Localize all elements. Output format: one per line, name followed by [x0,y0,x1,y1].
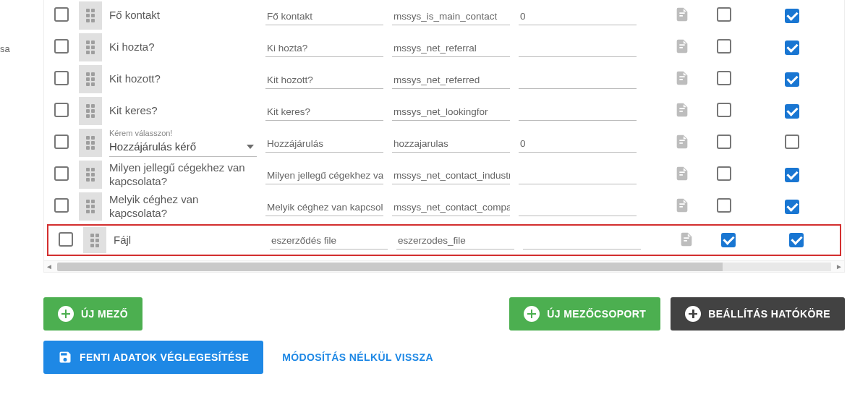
document-icon[interactable] [674,37,690,56]
plus-icon [58,306,74,322]
table-row: Fájleszerződés fileeszerzodes_file [47,224,841,256]
option-a-checkbox[interactable] [717,103,731,117]
document-icon[interactable] [678,230,694,249]
table-row: Melyik céghez van kapcsolata?Melyik cégh… [44,191,844,223]
field-default-input[interactable] [519,38,637,57]
document-icon[interactable] [674,164,690,183]
field-label-input[interactable]: eszerződés file [270,231,388,250]
field-name-label: Melyik céghez van kapcsolata? [109,193,198,219]
row-select-checkbox[interactable] [54,198,69,213]
field-label-input[interactable]: Milyen jellegű cégekhez van [265,166,383,184]
option-b-checkbox[interactable] [785,72,799,87]
row-select-checkbox[interactable] [54,135,69,149]
field-name-label: Fő kontakt [109,9,160,21]
field-techname-input[interactable]: mssys_net_referral [392,38,510,57]
document-icon[interactable] [674,101,690,119]
field-name-label: Milyen jellegű cégekhez van kapcsolata? [109,161,245,187]
new-fieldgroup-button[interactable]: ÚJ MEZŐCSOPORT [509,297,660,331]
settings-scope-label: BEÁLLÍTÁS HATÓKÖRE [708,308,830,320]
option-b-checkbox[interactable] [785,200,799,214]
page-content: Fő kontaktFő kontaktmssys_is_main_contac… [43,0,845,374]
drag-handle-icon[interactable] [86,168,95,182]
option-a-checkbox[interactable] [717,135,731,149]
drag-handle-icon[interactable] [86,104,95,118]
option-a-checkbox[interactable] [717,71,731,85]
field-label-input[interactable]: Melyik céghez van kapcsolat [265,197,383,216]
field-default-input[interactable] [519,102,637,121]
field-default-input[interactable]: 0 [519,134,637,153]
field-techname-input[interactable]: hozzajarulas [392,134,510,153]
actions-row-1: ÚJ MEZŐ ÚJ MEZŐCSOPORT BEÁLLÍTÁS HATÓKÖR… [43,297,845,331]
row-select-checkbox[interactable] [59,232,73,247]
scroll-right-arrow[interactable]: ► [835,263,843,270]
document-icon[interactable] [674,69,690,88]
option-b-checkbox[interactable] [789,233,804,247]
row-select-checkbox[interactable] [54,71,69,85]
field-default-input[interactable] [519,197,637,216]
new-field-button[interactable]: ÚJ MEZŐ [43,297,142,331]
table-row: Kit keres?Kit keres?mssys_net_lookingfor [44,95,844,127]
settings-scope-button[interactable]: BEÁLLÍTÁS HATÓKÖRE [671,297,845,331]
field-techname-input[interactable]: mssys_net_contact_industry [392,166,510,184]
table-row: Milyen jellegű cégekhez van kapcsolata?M… [44,159,844,191]
table-row: Fő kontaktFő kontaktmssys_is_main_contac… [44,0,844,32]
table-row: Kit hozott?Kit hozott?mssys_net_referred [44,64,844,95]
field-techname-input[interactable]: mssys_is_main_contact [392,7,510,25]
row-select-checkbox[interactable] [54,39,69,54]
field-default-input[interactable] [519,70,637,89]
save-icon [58,350,72,364]
scroll-left-arrow[interactable]: ◄ [46,263,53,270]
field-default-input[interactable] [523,231,641,250]
option-b-checkbox[interactable] [785,104,799,119]
scroll-track[interactable] [57,263,831,271]
option-a-checkbox[interactable] [717,39,731,54]
field-default-input[interactable]: 0 [519,7,637,25]
new-field-label: ÚJ MEZŐ [81,308,128,320]
table-row: Kérem válasszon!Hozzájárulás kérőHozzájá… [44,127,844,159]
new-fieldgroup-label: ÚJ MEZŐCSOPORT [547,308,646,320]
option-a-checkbox[interactable] [717,7,731,22]
field-type-dropdown[interactable]: Hozzájárulás kérő [109,140,257,157]
row-select-checkbox[interactable] [54,7,69,22]
drag-handle-icon[interactable] [90,234,99,247]
horizontal-scrollbar[interactable]: ◄ ► [44,260,844,272]
field-techname-input[interactable]: mssys_net_lookingfor [392,102,510,121]
sidebar-fragment-text: sa [0,43,10,54]
sidebar-fragment: sa [0,0,29,405]
drag-handle-icon[interactable] [86,200,95,213]
option-a-checkbox[interactable] [717,198,731,213]
document-icon[interactable] [674,132,690,151]
field-label-input[interactable]: Hozzájárulás [265,134,383,153]
option-b-checkbox[interactable] [785,40,799,55]
field-techname-input[interactable]: mssys_net_contact_compan [392,197,510,216]
drag-handle-icon[interactable] [86,9,95,22]
field-name-label: Kit keres? [109,104,158,116]
save-button[interactable]: FENTI ADATOK VÉGLEGESÍTÉSE [43,341,263,374]
row-select-checkbox[interactable] [54,166,69,181]
dropdown-value: Hozzájárulás kérő [109,140,196,154]
field-label-input[interactable]: Kit keres? [265,102,383,121]
field-name-label: Ki hozta? [109,40,155,53]
field-default-input[interactable] [519,166,637,184]
cancel-link[interactable]: MÓDOSÍTÁS NÉLKÜL VISSZA [273,351,442,363]
drag-handle-icon[interactable] [86,136,95,150]
dropdown-helper: Kérem válasszon! [109,129,257,139]
field-techname-input[interactable]: eszerzodes_file [396,231,514,250]
row-select-checkbox[interactable] [54,103,69,117]
option-b-checkbox[interactable] [785,9,799,23]
option-a-checkbox[interactable] [721,233,736,247]
option-a-checkbox[interactable] [717,166,731,181]
drag-handle-icon[interactable] [86,72,95,86]
field-label-input[interactable]: Ki hozta? [265,38,383,57]
field-label-input[interactable]: Kit hozott? [265,70,383,89]
option-b-checkbox[interactable] [785,135,799,149]
field-label-input[interactable]: Fő kontakt [265,7,383,25]
actions-row-2: FENTI ADATOK VÉGLEGESÍTÉSE MÓDOSÍTÁS NÉL… [43,341,845,374]
save-label: FENTI ADATOK VÉGLEGESÍTÉSE [80,351,249,363]
drag-handle-icon[interactable] [86,40,95,54]
field-techname-input[interactable]: mssys_net_referred [392,70,510,89]
option-b-checkbox[interactable] [785,168,799,182]
document-icon[interactable] [674,196,690,215]
document-icon[interactable] [674,5,690,24]
fields-table: Fő kontaktFő kontaktmssys_is_main_contac… [43,0,845,273]
